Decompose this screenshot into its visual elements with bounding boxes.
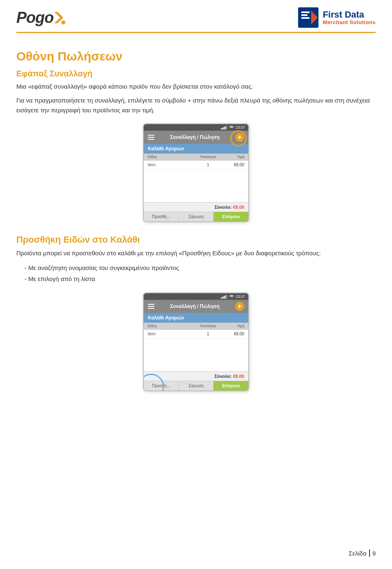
wifi-icon	[228, 125, 235, 129]
page-title: Οθόνη Πωλήσεων	[16, 49, 376, 63]
svg-rect-16	[224, 296, 225, 299]
footer-divider	[369, 549, 370, 557]
phone1-col-header-2: Ποσότητα	[196, 155, 220, 159]
phone2-btn-scan[interactable]: Σάρωση	[179, 381, 214, 390]
svg-rect-7	[221, 128, 222, 129]
firstdata-merchant: Merchant Solutions	[323, 19, 376, 25]
phone-mockup-1: 23:07 Συναλλαγή / Πώληση + Καλάθι Αγορών…	[143, 123, 249, 222]
firstdata-logo: First Data Merchant Solutions	[298, 7, 376, 28]
phone2-total-label: Σύνολο:	[214, 374, 232, 379]
phone2-wifi-icon	[228, 295, 235, 299]
svg-rect-8	[223, 127, 224, 129]
phone1-btn-scan[interactable]: Σάρωση	[179, 212, 214, 221]
svg-rect-12	[148, 137, 154, 138]
svg-rect-17	[226, 295, 227, 299]
phone2-hamburger-icon	[148, 304, 154, 309]
phone1-section-header: Καλάθι Αγορών	[144, 144, 248, 154]
phone2-time: 23:07	[236, 295, 245, 299]
svg-point-1	[61, 20, 65, 25]
pogo-logo-text: Pogo	[16, 9, 53, 27]
phone1-row0-price: €8.00	[220, 163, 244, 167]
phone1-total-value: €8.00	[233, 205, 244, 210]
phone2-row0-price: €8.00	[220, 332, 244, 336]
svg-rect-18	[148, 304, 154, 305]
phone2-signal-icon	[221, 295, 227, 299]
phone1-table-header: Είδος Ποσότητα Τιμή	[144, 154, 248, 161]
phone2-status-bar: 23:07	[144, 293, 248, 300]
page-footer: Σελίδα 9	[349, 549, 376, 557]
phone1-total-label: Σύνολο:	[214, 205, 232, 210]
page-header: Pogo First Data Merchant Solutions	[0, 0, 392, 32]
svg-rect-20	[148, 308, 154, 309]
svg-rect-11	[148, 135, 154, 136]
svg-rect-13	[148, 139, 154, 140]
phone2-btn-add[interactable]: Προσθή...	[144, 381, 179, 390]
phone1-btn-next[interactable]: Επόμενο	[214, 212, 248, 221]
phone2-actions: Προσθή... Σάρωση Επόμενο	[144, 381, 248, 390]
phone-mockup-1-container: 23:07 Συναλλαγή / Πώληση + Καλάθι Αγορών…	[16, 123, 376, 222]
phone1-col-header-3: Τιμή	[220, 155, 244, 159]
phone2-btn-next[interactable]: Επόμενο	[214, 381, 248, 390]
svg-rect-3	[301, 11, 310, 13]
section2-bullets: Με αναζήτηση ονομασίας του συγκεκριμένου…	[24, 262, 376, 284]
phone2-status-icons: 23:07	[221, 295, 245, 299]
phone2-col-header-2: Ποσότητα	[196, 324, 220, 328]
svg-rect-15	[223, 297, 224, 299]
phone-mockup-2-container: 23:07 Συναλλαγή / Πώληση + Καλάθι Αγορών…	[16, 292, 376, 391]
phone1-empty-space	[144, 170, 248, 202]
phone1-table-row-0: item 1 €8.00	[144, 161, 248, 170]
pogo-logo: Pogo	[16, 9, 66, 27]
phone1-row0-qty: 1	[196, 163, 220, 167]
phone2-header-title: Συναλλαγή / Πώληση	[170, 303, 219, 309]
firstdata-icon	[298, 7, 318, 28]
phone1-actions: Προσθή... Σάρωση Επόμενο	[144, 212, 248, 221]
phone2-total-value: €8.00	[233, 374, 244, 379]
phone-mockup-2: 23:07 Συναλλαγή / Πώληση + Καλάθι Αγορών…	[143, 292, 249, 391]
section2-title: Προσθήκη Ειδών στο Καλάθι	[16, 234, 376, 245]
section1-title: Εφάπαξ Συναλλαγή	[16, 69, 376, 78]
phone1-header-title: Συναλλαγή / Πώληση	[170, 134, 219, 140]
signal-icon	[221, 125, 227, 129]
phone1-add-button[interactable]: +	[235, 133, 244, 142]
svg-rect-19	[148, 306, 154, 307]
phone2-app-header: Συναλλαγή / Πώληση +	[144, 300, 248, 313]
phone2-add-button[interactable]: +	[235, 302, 244, 311]
phone2-col-header-1: Είδος	[148, 324, 196, 328]
section1-para2: Για να πραγματοποιήσετε τη συναλλαγή, επ…	[16, 96, 376, 115]
svg-rect-5	[301, 17, 310, 19]
phone2-table-header: Είδος Ποσότητα Τιμή	[144, 323, 248, 330]
phone2-table-row-0: item 1 €8.00	[144, 330, 248, 339]
phone1-btn-add[interactable]: Προσθή...	[144, 212, 179, 221]
firstdata-name: First Data	[323, 10, 376, 19]
phone2-empty-space	[144, 339, 248, 371]
bullet-item-0: Με αναζήτηση ονομασίας του συγκεκριμένου…	[24, 262, 376, 273]
svg-rect-4	[301, 14, 307, 16]
phone1-total-bar: Σύνολο: €8.00	[144, 202, 248, 212]
phone1-col-header-1: Είδος	[148, 155, 196, 159]
phone2-section-header: Καλάθι Αγορών	[144, 313, 248, 323]
phone1-status-bar: 23:07	[144, 124, 248, 131]
phone2-col-header-3: Τιμή	[220, 324, 244, 328]
hamburger-icon	[148, 135, 154, 140]
pogo-chevron-icon	[54, 10, 66, 25]
svg-rect-9	[224, 127, 225, 129]
phone1-app-header: Συναλλαγή / Πώληση +	[144, 131, 248, 144]
firstdata-text: First Data Merchant Solutions	[323, 10, 376, 25]
phone2-row0-item: item	[148, 332, 196, 336]
phone1-row0-item: item	[148, 163, 196, 167]
main-content: Οθόνη Πωλήσεων Εφάπαξ Συναλλαγή Μια «εφά…	[0, 33, 392, 420]
svg-rect-10	[226, 126, 227, 129]
phone2-row0-qty: 1	[196, 332, 220, 336]
phone1-time: 23:07	[236, 125, 245, 129]
footer-label: Σελίδα	[349, 550, 367, 557]
phone1-status-icons: 23:07	[221, 125, 245, 129]
section1-para1: Μια «εφάπαξ συναλλαγή» αφορά κάποιο προϊ…	[16, 82, 376, 91]
phone2-total-bar: Σύνολο: €8.00	[144, 371, 248, 381]
section2-para: Προϊόντα μπορεί να προστεθούν στο καλάθι…	[16, 248, 376, 258]
svg-rect-14	[221, 297, 222, 299]
bullet-item-1: Με επιλογή από τη λίστα	[24, 273, 376, 284]
footer-page-num: 9	[372, 550, 376, 557]
